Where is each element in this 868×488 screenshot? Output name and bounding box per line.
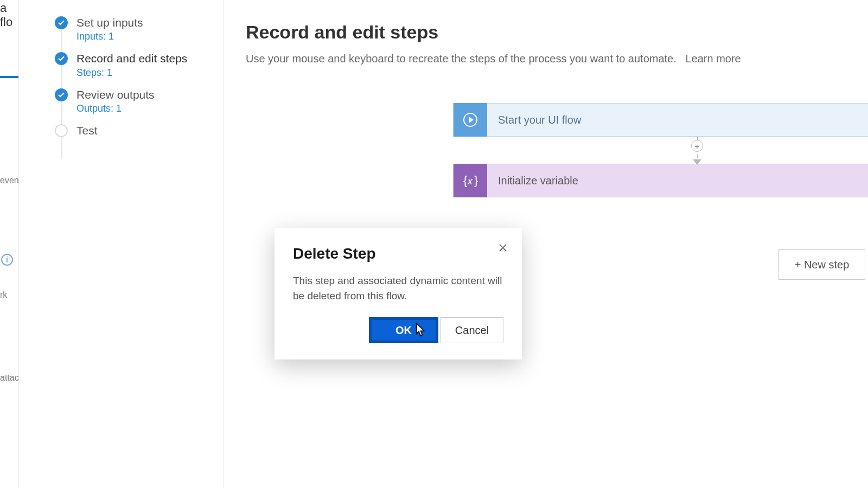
flow-card-start[interactable]: Start your UI flow — [453, 103, 868, 137]
wizard-step-label: Set up inputs — [76, 15, 143, 30]
ok-button[interactable]: OK — [369, 317, 438, 343]
check-icon — [55, 88, 68, 101]
rail-label-flows: a flo — [0, 1, 18, 29]
check-icon — [55, 52, 68, 65]
wizard-step-subtext: Inputs: 1 — [76, 31, 143, 42]
close-icon[interactable] — [495, 240, 511, 256]
flow-card-title: Initialize variable — [487, 175, 578, 187]
delete-step-dialog: Delete Step This step and associated dyn… — [275, 228, 522, 359]
svg-text:x: x — [467, 176, 473, 187]
wizard-step-test[interactable]: Test — [19, 119, 224, 142]
flow-card-title: Start your UI flow — [487, 114, 581, 126]
check-icon — [55, 16, 68, 29]
cancel-button[interactable]: Cancel — [441, 317, 503, 343]
rail-label-rk: rk — [0, 290, 7, 300]
rail-label-even: even — [0, 176, 19, 185]
play-icon — [454, 103, 487, 137]
flow-connector: + — [453, 137, 868, 164]
wizard-step-label: Review outputs — [76, 87, 155, 102]
dialog-body: This step and associated dynamic content… — [293, 273, 503, 303]
wizard-sidebar: Set up inputs Inputs: 1 Record and edit … — [19, 0, 224, 488]
flow-card-initialize-variable[interactable]: { x } Initialize variable — [453, 164, 868, 197]
learn-more-link[interactable]: Learn more — [685, 53, 741, 65]
wizard-step-subtext: Outputs: 1 — [76, 103, 155, 114]
rail-active-indicator — [0, 76, 18, 78]
subtitle-text: Use your mouse and keyboard to recreate … — [246, 53, 676, 65]
flow-canvas: Start your UI flow + { x } Initialize va… — [453, 103, 868, 197]
wizard-step-inputs[interactable]: Set up inputs Inputs: 1 — [19, 11, 224, 47]
wizard-step-outputs[interactable]: Review outputs Outputs: 1 — [19, 83, 224, 119]
wizard-step-record[interactable]: Record and edit steps Steps: 1 — [19, 47, 224, 82]
new-step-button[interactable]: + New step — [778, 249, 865, 280]
arrow-down-icon — [693, 159, 701, 165]
wizard-step-label: Record and edit steps — [76, 51, 187, 66]
page-subtitle: Use your mouse and keyboard to recreate … — [246, 53, 868, 65]
svg-text:}: } — [474, 174, 478, 187]
wizard-step-subtext: Steps: 1 — [76, 67, 187, 79]
rail-label-attac: attac — [0, 373, 19, 383]
left-rail: a flo even i rk attac — [0, 0, 19, 488]
info-icon[interactable]: i — [1, 254, 13, 266]
svg-text:{: { — [463, 174, 467, 187]
dialog-title: Delete Step — [293, 245, 503, 262]
variable-icon: { x } — [454, 164, 487, 197]
add-step-icon[interactable]: + — [691, 140, 703, 152]
empty-step-icon — [55, 124, 68, 137]
page-title: Record and edit steps — [246, 22, 868, 43]
wizard-step-label: Test — [76, 123, 98, 138]
